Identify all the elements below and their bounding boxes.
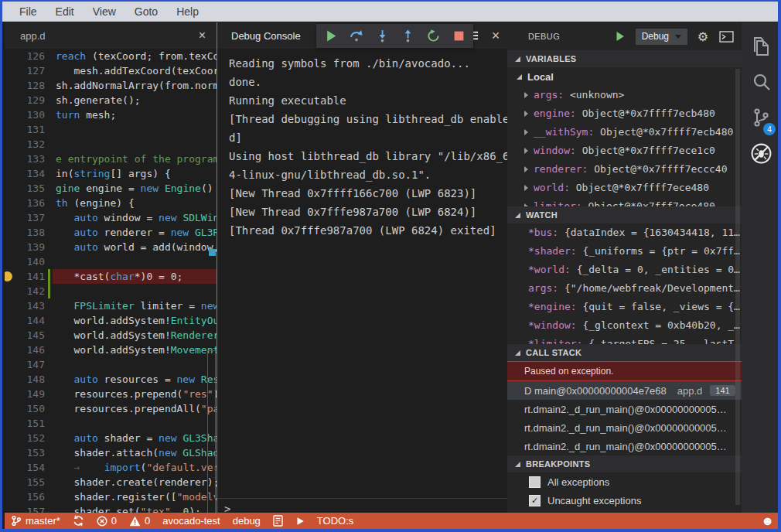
checkbox-checked-icon[interactable]: ✓ xyxy=(529,495,541,506)
editor-scrollbar[interactable] xyxy=(207,49,217,513)
status-item-0[interactable]: 0 xyxy=(129,515,150,527)
line-number: 138 xyxy=(5,225,48,240)
continue-icon[interactable] xyxy=(324,29,338,43)
line-number: 155 xyxy=(5,475,48,489)
console-line: [Thread 0x7fffe987a700 (LWP 6824) exited… xyxy=(229,221,507,240)
variable-row[interactable]: world: Object@*0x7ffff7ece480 xyxy=(507,179,742,197)
line-number: 144 xyxy=(5,313,48,328)
watch-row[interactable]: *limiter: {_targetFPS = 25, _lastT… xyxy=(507,335,742,344)
open-console-icon[interactable] xyxy=(718,29,734,44)
status-item-sync-icon[interactable] xyxy=(73,515,84,527)
watch-row[interactable]: *world: {_delta = 0, _entities = 0… xyxy=(507,261,742,279)
editor-lines[interactable]: 126reach (texCoord; from.texCoords)127 m… xyxy=(5,49,217,513)
code-line: 151 xyxy=(5,416,217,431)
code-line: 156 shader.register(["modelv xyxy=(5,489,217,504)
sidebar-scrollbar[interactable] xyxy=(735,69,740,505)
error-icon xyxy=(97,516,107,527)
code-line: 139 auto world = add(window, xyxy=(5,240,217,254)
status-item-todo-s[interactable]: TODO:s xyxy=(317,515,353,527)
frame-file: app.d xyxy=(677,385,703,397)
code-line: 128sh.addNormalArray(from.normals xyxy=(5,78,217,93)
menu-item-file[interactable]: File xyxy=(10,5,46,18)
line-number: 128 xyxy=(5,78,48,93)
debug-config-dropdown[interactable]: Debug xyxy=(636,29,687,45)
variable-row[interactable]: window: Object@*0x7ffff7ece1c0 xyxy=(507,142,742,160)
watch-list: *bus: {dataIndex = {1630434418, 11…*shad… xyxy=(507,223,742,344)
close-icon[interactable]: × xyxy=(489,29,503,43)
status-label: 0 xyxy=(111,515,117,527)
status-item-output-icon[interactable] xyxy=(273,515,283,527)
variable-row[interactable]: renderer: Object@*0x7ffff7eccc40 xyxy=(507,160,742,179)
menu-item-goto[interactable]: Goto xyxy=(125,5,167,18)
twisty-collapsed-icon xyxy=(524,185,528,191)
checkbox-icon[interactable] xyxy=(529,476,541,488)
line-number: 126 xyxy=(5,49,48,63)
console-output[interactable]: Reading symbols from ./bin/avocado...don… xyxy=(217,49,507,498)
scrollbar-slider[interactable] xyxy=(207,350,216,514)
call-stack-section-header[interactable]: CALL STACK xyxy=(507,344,742,361)
status-item-0[interactable]: 0 xyxy=(97,515,117,527)
code-line: 144 world.addSystem!EntityOut xyxy=(5,313,217,328)
gear-icon[interactable]: ⚙ xyxy=(695,29,711,44)
breakpoint-row[interactable]: All exceptions xyxy=(507,472,742,491)
restart-icon[interactable] xyxy=(426,29,440,43)
status-item-debug[interactable]: debug xyxy=(233,515,261,527)
variables-label: VARIABLES xyxy=(526,54,576,63)
debug-sidebar: DEBUG Debug ⚙ VARIABLES Local xyxy=(507,22,742,513)
stop-icon[interactable] xyxy=(452,29,466,43)
activity-files[interactable] xyxy=(742,30,780,66)
status-item-master-[interactable]: master* xyxy=(11,515,60,527)
activity-debug[interactable] xyxy=(742,137,780,172)
panel-title-bar: Debug Console × xyxy=(217,22,507,49)
code-line: 145 world.addSystem!Renderer xyxy=(5,328,217,343)
variable-row[interactable]: args: <unknown> xyxy=(507,86,742,104)
line-number: 137 xyxy=(5,210,48,225)
code-line: 157 shader.set("tex", 0); xyxy=(5,504,217,513)
breakpoint-row[interactable]: ✓Uncaught exceptions xyxy=(507,491,742,510)
twisty-expanded-icon xyxy=(515,350,520,356)
variable-row[interactable]: __withSym: Object@*0x7ffff7ecb480 xyxy=(507,123,742,142)
variable-row[interactable]: limiter: Object@*0x7fff7ece480 xyxy=(507,197,742,206)
close-icon[interactable]: × xyxy=(196,29,209,42)
code-line: 154 → import("default.ver xyxy=(5,460,217,475)
overview-ruler-marker xyxy=(209,249,216,256)
step-out-icon[interactable] xyxy=(401,29,414,43)
activity-source-control[interactable]: 4 xyxy=(742,101,780,137)
variable-row[interactable]: engine: Object@*0x7ffff7ecb480 xyxy=(507,104,742,123)
menu-item-view[interactable]: View xyxy=(84,5,125,18)
line-number: 148 xyxy=(5,372,48,387)
stack-frame[interactable]: rt.dmain2._d_run_main()@0x00000000005… xyxy=(507,400,742,418)
variables-section-header[interactable]: VARIABLES xyxy=(507,50,742,67)
menu-item-edit[interactable]: Edit xyxy=(46,5,84,18)
stack-frame[interactable]: D main@0x00000000004e7e68app.d141 xyxy=(507,381,742,400)
breakpoint-label: Uncaught exceptions xyxy=(547,495,641,506)
stack-frame[interactable]: rt.dmain2._d_run_main()@0x00000000005… xyxy=(507,437,742,455)
line-number: 145 xyxy=(5,328,48,343)
step-over-icon[interactable] xyxy=(350,29,363,43)
step-into-icon[interactable] xyxy=(375,29,389,43)
sidebar-title: DEBUG xyxy=(528,32,605,41)
feedback-smiley-icon[interactable]: ☻ xyxy=(761,515,774,527)
watch-section-header[interactable]: WATCH xyxy=(507,206,742,223)
watch-row[interactable]: *engine: {quit = false, _views = {… xyxy=(507,298,742,316)
watch-row[interactable]: *bus: {dataIndex = {1630434418, 11… xyxy=(507,223,742,242)
watch-row[interactable]: *shader: {_uniforms = {ptr = 0x7ff… xyxy=(507,242,742,261)
status-item-avocado-test[interactable]: avocado-test xyxy=(162,515,220,527)
activity-search[interactable] xyxy=(742,66,780,101)
code-line: 141 *cast(char*)0 = 0; xyxy=(5,269,217,284)
start-debug-button[interactable] xyxy=(612,29,628,44)
scope-label: Local xyxy=(527,71,554,83)
line-number: 153 xyxy=(5,445,48,460)
stack-frame[interactable]: rt.dmain2._d_run_main()@0x00000000005… xyxy=(507,418,742,437)
scope-local[interactable]: Local xyxy=(507,67,742,86)
git-branch-icon xyxy=(11,515,22,527)
watch-row[interactable]: *window: {_glcontext = 0xb40b20, _… xyxy=(507,316,742,335)
status-item-play-icon[interactable] xyxy=(295,517,305,526)
console-line: 4-linux-gnu/libthread_db.so.1". xyxy=(229,165,507,184)
breakpoints-section-header[interactable]: BREAKPOINTS xyxy=(507,455,742,472)
tab-app-d[interactable]: app.d × xyxy=(5,22,217,49)
watch-row[interactable]: args: {"/home/webfreak/Development… xyxy=(507,279,742,298)
main-area: app.d × 126reach (texCoord; from.texCoor… xyxy=(5,22,780,513)
variables-list: args: <unknown>engine: Object@*0x7ffff7e… xyxy=(507,86,742,206)
menu-item-help[interactable]: Help xyxy=(167,5,208,18)
